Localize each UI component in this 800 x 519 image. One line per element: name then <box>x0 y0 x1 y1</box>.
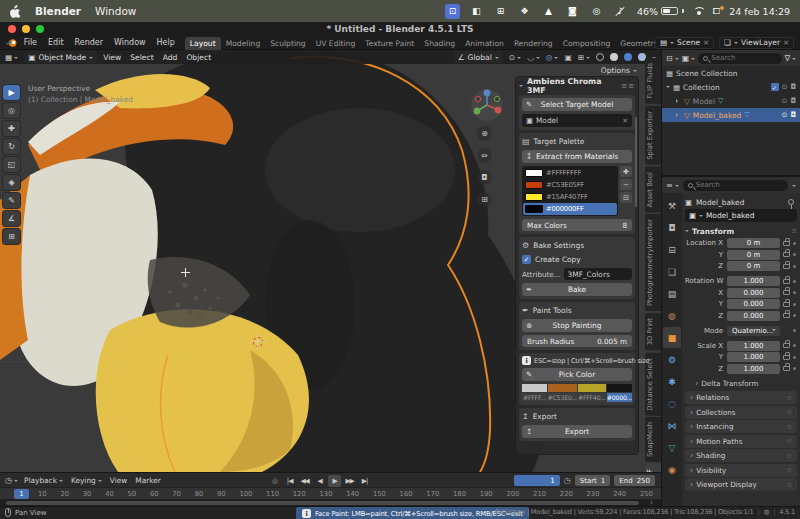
pivot-point-button[interactable]: ⊙ <box>509 53 521 62</box>
outliner-row-collection[interactable]: ▦ Collection ✓ ⊙ ◘ <box>662 80 800 94</box>
transform-value-field[interactable]: 0.000 <box>727 288 780 298</box>
animate-dot[interactable] <box>793 303 796 306</box>
expand-icon[interactable] <box>666 86 670 90</box>
checkbox-icon[interactable]: ✓ <box>771 83 779 91</box>
lock-icon[interactable] <box>783 302 790 307</box>
workspace-tab[interactable]: Shading <box>419 37 460 50</box>
shading-solid-button[interactable] <box>610 53 618 61</box>
close-icon[interactable]: ✕ <box>783 39 789 47</box>
palette-color-row[interactable]: #15AF407FF <box>523 191 617 203</box>
properties-section[interactable]: Motion Paths ≡ <box>685 435 797 448</box>
timeline-menu-item[interactable]: Playback <box>24 476 63 485</box>
transform-value-field[interactable]: 1.000 <box>727 341 780 351</box>
transform-value-field[interactable]: 0.000 <box>727 299 780 309</box>
breadcrumb-object-name[interactable]: Model_baked <box>696 198 744 207</box>
mode-selector[interactable]: ▣Object Mode <box>24 51 97 63</box>
sidebar-tab-asset-bool[interactable]: Asset Bool <box>645 167 661 213</box>
select-tool[interactable]: ▶ <box>3 85 20 100</box>
workspace-tab[interactable]: Texture Paint <box>360 37 419 50</box>
close-icon[interactable]: ✕ <box>703 39 709 47</box>
transform-tool[interactable]: ◈ <box>3 175 20 190</box>
expand-icon[interactable] <box>676 99 680 103</box>
animate-dot[interactable] <box>793 253 796 256</box>
palette-color-row[interactable]: #FFFFFFFF <box>523 167 617 179</box>
transform-value-field[interactable]: 1.000 <box>727 364 780 374</box>
wifi-icon[interactable] <box>693 7 704 16</box>
properties-section[interactable]: Viewport Display ≡ <box>685 478 797 491</box>
transform-value-field[interactable]: Quaternio... <box>727 326 780 336</box>
animate-dot[interactable] <box>793 329 796 332</box>
sidebar-tab-flip-fluids[interactable]: FLIP Fluids <box>645 58 661 104</box>
properties-tab-material[interactable]: ◉ <box>663 459 681 480</box>
menubar-app-icon-2[interactable]: ⊞ <box>493 4 508 19</box>
timeline-scrollbar[interactable] <box>6 501 639 505</box>
animate-dot[interactable] <box>793 367 796 370</box>
export-button[interactable]: ↥Export <box>522 425 632 438</box>
stop-painting-button[interactable]: ⊗Stop Painting <box>522 319 632 332</box>
bake-button[interactable]: ✒Bake <box>522 283 632 296</box>
zoom-icon[interactable]: ⊕ <box>477 126 492 141</box>
lock-icon[interactable] <box>783 252 790 257</box>
palette-color-row[interactable]: #C53E05FF <box>523 179 617 191</box>
menubar-app-icon-3[interactable]: ❖ <box>517 4 532 19</box>
transport-play[interactable]: ▶ <box>328 475 341 487</box>
expand-icon[interactable] <box>676 113 680 117</box>
viewport-menu-item[interactable]: Select <box>130 53 153 62</box>
properties-section[interactable]: Relations ≡ <box>685 391 797 404</box>
timeline-menu-item[interactable]: Keying <box>71 476 102 485</box>
viewport-menu-item[interactable]: Add <box>163 53 178 62</box>
scene-selector[interactable]: ▤ Scene ✕ <box>655 37 714 49</box>
lock-icon[interactable] <box>783 264 790 269</box>
pick-color-button[interactable]: ✎Pick Color <box>522 368 632 381</box>
pin-icon[interactable] <box>788 199 794 205</box>
topbar-menu-item[interactable]: Window <box>114 38 146 47</box>
apple-logo-icon[interactable] <box>10 5 21 18</box>
transport-jump-end[interactable]: ▶| <box>358 475 371 487</box>
add-cube-tool[interactable]: ⊞ <box>3 229 20 244</box>
properties-search-input[interactable] <box>696 181 783 189</box>
remove-color-button[interactable]: − <box>620 179 632 190</box>
properties-tab-object[interactable]: ■ <box>663 327 681 348</box>
navigation-gizmo[interactable] <box>470 88 504 122</box>
scale-tool[interactable]: ◱ <box>3 157 20 172</box>
attribute-field[interactable]: 3MF_Colors <box>564 268 632 280</box>
menubar-app-icon-1[interactable]: ◧ <box>469 4 484 19</box>
lock-icon[interactable] <box>783 241 790 246</box>
clock-icon[interactable]: ◷ <box>564 476 571 485</box>
auto-keying-icon[interactable]: ◎ <box>272 477 278 485</box>
workspace-tab[interactable]: Modeling <box>221 37 266 50</box>
lock-icon[interactable] <box>783 366 790 371</box>
delete-palette-button[interactable]: ⊟ <box>620 192 632 203</box>
create-copy-checkbox[interactable]: ✓ Create Copy <box>522 254 632 265</box>
sidebar-tab-3d-print[interactable]: 3D Print <box>645 313 661 350</box>
properties-section[interactable]: Collections ≡ <box>685 406 797 419</box>
topbar-menu-item[interactable]: Edit <box>48 38 64 47</box>
outliner-row-model[interactable]: ▽ Model ▽ ⊙ ◘ <box>662 94 800 108</box>
viewport-menu-item[interactable]: Object <box>186 53 211 62</box>
camera-icon[interactable]: ◘ <box>790 97 796 105</box>
transform-value-field[interactable]: 0 m <box>727 238 780 248</box>
sidebar-tab-chroma-3mf[interactable]: Chroma 3MF <box>645 464 661 472</box>
transform-value-field[interactable]: 1.000 <box>727 352 780 362</box>
topbar-menu-item[interactable]: Help <box>157 38 175 47</box>
transform-value-field[interactable]: 0.000 <box>727 311 780 321</box>
move-tool[interactable]: ✚ <box>3 121 20 136</box>
workspace-tab[interactable]: Animation <box>460 37 509 50</box>
blender-logo-icon[interactable] <box>6 38 18 48</box>
add-color-button[interactable]: ✚ <box>620 166 632 177</box>
quick-color[interactable]: #FFF40... <box>578 384 606 402</box>
properties-tab-modifiers[interactable]: ⚙ <box>663 349 681 370</box>
select-target-model-button[interactable]: ✎Select Target Model <box>522 98 632 111</box>
eye-closed-icon[interactable]: ⊙ <box>782 97 788 105</box>
measure-tool[interactable]: ∡ <box>3 211 20 226</box>
camera-icon[interactable]: ◘ <box>790 111 796 119</box>
drag-handle[interactable]: ≡≡ <box>621 82 635 90</box>
timeline-ruler[interactable]: 1 10203040506070809010011012013014015016… <box>0 488 661 500</box>
shading-wireframe-button[interactable] <box>596 53 604 61</box>
outliner-row-scene-collection[interactable]: ▦ Scene Collection <box>662 66 800 80</box>
quick-color[interactable]: #FFFF... <box>522 384 547 402</box>
properties-tab-view-layer[interactable]: ❏ <box>663 261 681 282</box>
workspace-tab[interactable]: Sculpting <box>265 37 310 50</box>
quick-color[interactable]: #0000... <box>607 384 632 402</box>
sidebar-tab-photogrammetry-importer[interactable]: PhotogrammetryImporter <box>645 214 661 311</box>
